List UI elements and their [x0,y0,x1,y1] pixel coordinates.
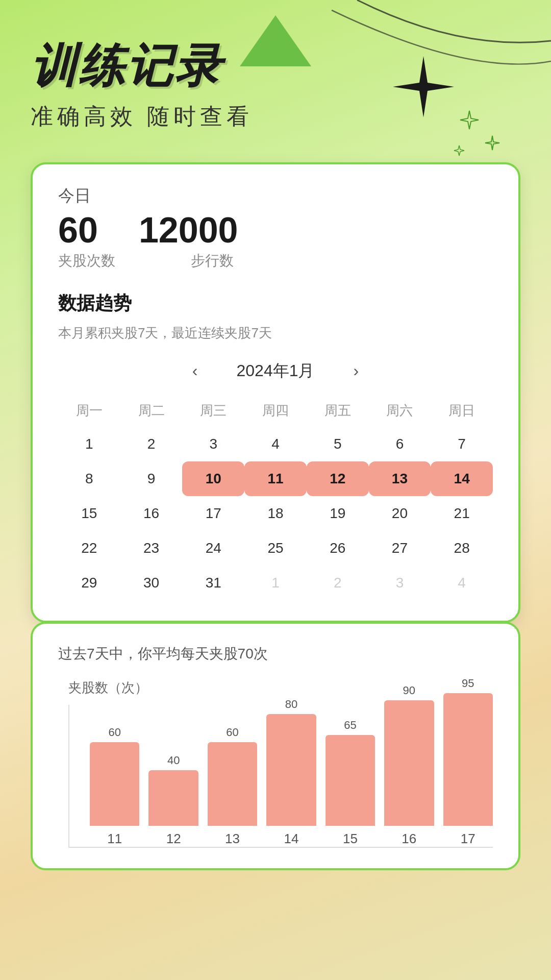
bottom-card: 过去7天中，你平均每天夹股70次 夹股数（次） 6011401260138014… [31,622,520,870]
stats-row: 60 12000 [58,212,493,248]
weekday-sun: 周日 [431,395,493,427]
bar-value-label: 95 [462,677,474,690]
cal-day-19[interactable]: 19 [307,496,369,531]
cal-day-feb2[interactable]: 2 [307,566,369,600]
bar [384,700,434,826]
cal-day-26[interactable]: 26 [307,531,369,566]
bar-value-label: 65 [344,719,356,732]
cal-day-3[interactable]: 3 [182,427,244,461]
weekday-wed: 周三 [182,395,244,427]
bar-value-label: 80 [285,698,297,711]
bar-group: 6011 [90,726,139,847]
stat-labels-row: 夹股次数 步行数 [58,251,493,271]
bar [443,693,493,826]
clamp-label: 夹股次数 [58,251,124,271]
page-subtitle: 准确高效 随时查看 [31,102,520,132]
chart-container: 夹股数（次） 6011401260138014651590169517 [58,679,493,848]
steps-value: 12000 [139,212,238,248]
bar-group: 9016 [384,684,434,847]
cal-day-21[interactable]: 21 [431,496,493,531]
bar-value-label: 60 [108,726,120,739]
header-section: 训练记录 准确高效 随时查看 [31,41,520,132]
cal-day-11[interactable]: 11 [244,461,307,496]
main-card: 今日 60 12000 夹股次数 步行数 数据趋势 本月累积夹股7天，最近连续夹… [31,162,520,623]
bar-group: 8014 [266,698,316,847]
cal-day-12[interactable]: 12 [307,461,369,496]
bar-value-label: 60 [226,726,238,739]
bar-x-label: 15 [343,831,358,847]
cal-day-20[interactable]: 20 [369,496,431,531]
bar-group: 4012 [148,754,198,847]
page-title: 训练记录 [31,41,520,91]
cal-day-6[interactable]: 6 [369,427,431,461]
bar [90,742,139,826]
chart-description: 过去7天中，你平均每天夹股70次 [58,644,493,664]
trend-title: 数据趋势 [58,291,493,316]
steps-label: 步行数 [191,251,272,271]
cal-day-24[interactable]: 24 [182,531,244,566]
cal-day-2[interactable]: 2 [120,427,183,461]
bar [208,742,257,826]
calendar-next-button[interactable]: › [345,357,367,384]
calendar-month-title: 2024年1月 [237,360,315,382]
bar-x-label: 11 [107,831,122,847]
cal-day-28[interactable]: 28 [431,531,493,566]
weekday-thu: 周四 [244,395,307,427]
cal-day-1[interactable]: 1 [58,427,120,461]
bar-x-label: 13 [225,831,240,847]
cal-day-feb4[interactable]: 4 [431,566,493,600]
weekday-tue: 周二 [120,395,183,427]
bar-x-label: 14 [284,831,299,847]
cal-day-18[interactable]: 18 [244,496,307,531]
calendar-nav: ‹ 2024年1月 › [58,357,493,384]
bar-x-label: 17 [461,831,475,847]
cal-day-30[interactable]: 30 [120,566,183,600]
calendar-grid: 周一 周二 周三 周四 周五 周六 周日 1 2 3 4 5 6 7 8 9 1… [58,395,493,600]
bar-group: 9517 [443,677,493,847]
bar-chart: 6011401260138014651590169517 [68,705,493,848]
cal-day-22[interactable]: 22 [58,531,120,566]
cal-day-feb1[interactable]: 1 [244,566,307,600]
cal-day-15[interactable]: 15 [58,496,120,531]
cal-day-9[interactable]: 9 [120,461,183,496]
weekday-sat: 周六 [369,395,431,427]
today-label: 今日 [58,185,493,207]
cal-day-16[interactable]: 16 [120,496,183,531]
bar-x-label: 16 [402,831,416,847]
cal-day-27[interactable]: 27 [369,531,431,566]
cal-day-23[interactable]: 23 [120,531,183,566]
bar-group: 6013 [208,726,257,847]
cal-day-14[interactable]: 14 [431,461,493,496]
weekday-fri: 周五 [307,395,369,427]
bar-x-label: 12 [166,831,181,847]
trend-description: 本月累积夹股7天，最近连续夹股7天 [58,324,493,342]
cal-day-29[interactable]: 29 [58,566,120,600]
weekday-mon: 周一 [58,395,120,427]
cal-day-5[interactable]: 5 [307,427,369,461]
cal-day-8[interactable]: 8 [58,461,120,496]
cal-day-feb3[interactable]: 3 [369,566,431,600]
bar [266,714,316,826]
calendar-prev-button[interactable]: ‹ [184,357,206,384]
clamp-count-value: 60 [58,212,98,248]
bar [148,770,198,826]
bar-value-label: 90 [403,684,415,697]
cal-day-10[interactable]: 10 [182,461,244,496]
cal-day-7[interactable]: 7 [431,427,493,461]
cal-day-25[interactable]: 25 [244,531,307,566]
cal-day-31[interactable]: 31 [182,566,244,600]
cal-day-17[interactable]: 17 [182,496,244,531]
bar [325,735,375,826]
cal-day-13[interactable]: 13 [369,461,431,496]
bar-group: 6515 [325,719,375,847]
bar-value-label: 40 [167,754,180,767]
cal-day-4[interactable]: 4 [244,427,307,461]
